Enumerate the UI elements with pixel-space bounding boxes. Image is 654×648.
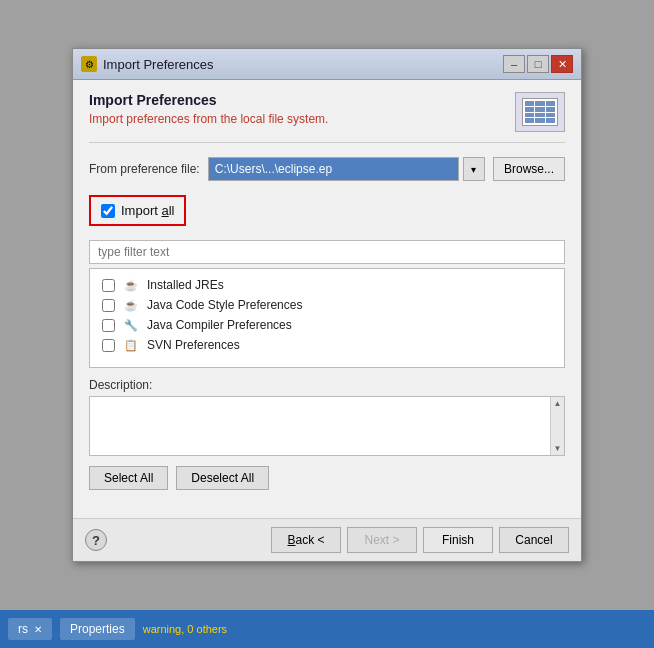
import-preferences-dialog: ⚙ Import Preferences – □ ✕ Import Prefer… <box>72 48 582 562</box>
header-icon-inner <box>522 98 558 126</box>
taskbar-tab-rs[interactable]: rs ✕ <box>8 618 52 640</box>
header-section: Import Preferences Import preferences fr… <box>89 92 565 143</box>
header-icon <box>515 92 565 132</box>
back-button[interactable]: Back < <box>271 527 341 553</box>
taskbar-close-rs[interactable]: ✕ <box>34 624 42 635</box>
import-all-checkbox[interactable] <box>101 204 115 218</box>
preferences-list: ☕ Installed JREs ☕ Java Code Style Prefe… <box>89 268 565 368</box>
description-section: Description: ▲ ▼ <box>89 378 565 456</box>
from-label: From preference file: <box>89 162 200 176</box>
close-button[interactable]: ✕ <box>551 55 573 73</box>
description-label: Description: <box>89 378 565 392</box>
header-subtitle: Import preferences from the local file s… <box>89 112 328 126</box>
restore-button[interactable]: □ <box>527 55 549 73</box>
taskbar-warning: warning, 0 others <box>143 623 227 635</box>
dialog-footer: ? Back < Next > Finish Cancel <box>73 518 581 561</box>
header-title: Import Preferences <box>89 92 328 108</box>
pref-checkbox-jre[interactable] <box>102 279 115 292</box>
import-all-label: Import all <box>121 203 174 218</box>
description-scrollbar: ▲ ▼ <box>550 397 564 455</box>
footer-buttons: Back < Next > Finish Cancel <box>271 527 569 553</box>
taskbar-tab-properties-label: Properties <box>70 622 125 636</box>
next-button[interactable]: Next > <box>347 527 417 553</box>
file-path-input[interactable] <box>208 157 459 181</box>
minimize-button[interactable]: – <box>503 55 525 73</box>
finish-button[interactable]: Finish <box>423 527 493 553</box>
dialog-icon: ⚙ <box>81 56 97 72</box>
pref-checkbox-svn[interactable] <box>102 339 115 352</box>
scroll-up-arrow[interactable]: ▲ <box>552 397 564 410</box>
import-all-section: Import all <box>89 195 186 226</box>
header-text: Import Preferences Import preferences fr… <box>89 92 328 126</box>
deselect-all-button[interactable]: Deselect All <box>176 466 269 490</box>
taskbar: rs ✕ Properties warning, 0 others <box>0 610 654 648</box>
file-input-combo: ▾ <box>208 157 485 181</box>
select-buttons: Select All Deselect All <box>89 466 565 490</box>
pref-item-java-compiler: 🔧 Java Compiler Preferences <box>94 315 560 335</box>
pref-label-java-code: Java Code Style Preferences <box>147 298 302 312</box>
select-all-button[interactable]: Select All <box>89 466 168 490</box>
jre-icon: ☕ <box>123 277 139 293</box>
title-bar: ⚙ Import Preferences – □ ✕ <box>73 49 581 80</box>
taskbar-tab-rs-label: rs <box>18 622 28 636</box>
dialog-title: Import Preferences <box>103 57 214 72</box>
taskbar-tab-properties[interactable]: Properties <box>60 618 135 640</box>
cancel-button[interactable]: Cancel <box>499 527 569 553</box>
filter-input[interactable] <box>89 240 565 264</box>
pref-label-java-compiler: Java Compiler Preferences <box>147 318 292 332</box>
pref-label-jre: Installed JREs <box>147 278 224 292</box>
pref-item-svn: 📋 SVN Preferences <box>94 335 560 355</box>
pref-checkbox-java-compiler[interactable] <box>102 319 115 332</box>
pref-item-java-code: ☕ Java Code Style Preferences <box>94 295 560 315</box>
help-button[interactable]: ? <box>85 529 107 551</box>
description-box: ▲ ▼ <box>89 396 565 456</box>
java-code-icon: ☕ <box>123 297 139 313</box>
java-compiler-icon: 🔧 <box>123 317 139 333</box>
scroll-down-arrow[interactable]: ▼ <box>552 442 564 455</box>
from-preference-row: From preference file: ▾ Browse... <box>89 157 565 181</box>
title-controls: – □ ✕ <box>503 55 573 73</box>
dialog-body: Import Preferences Import preferences fr… <box>73 80 581 518</box>
browse-button[interactable]: Browse... <box>493 157 565 181</box>
file-dropdown-button[interactable]: ▾ <box>463 157 485 181</box>
title-bar-left: ⚙ Import Preferences <box>81 56 214 72</box>
pref-label-svn: SVN Preferences <box>147 338 240 352</box>
pref-checkbox-java-code[interactable] <box>102 299 115 312</box>
svn-icon: 📋 <box>123 337 139 353</box>
pref-item-jre: ☕ Installed JREs <box>94 275 560 295</box>
